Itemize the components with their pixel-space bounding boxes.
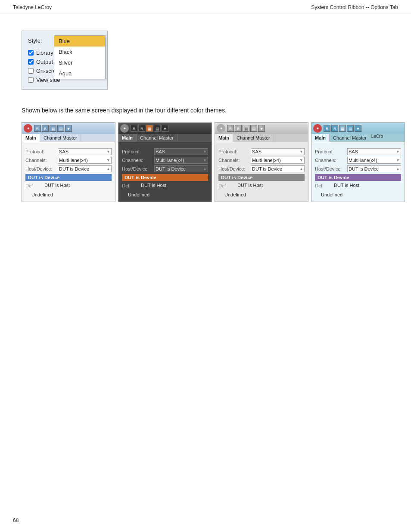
black-hostdevice-row: Host/Device: DUT is Device ▲: [122, 165, 208, 172]
blue-hostdevice-arrow: ▲: [106, 167, 110, 171]
silver-icon-3[interactable]: ▦: [243, 125, 249, 132]
aqua-protocol-value: SAS: [349, 149, 358, 154]
header-left: Teledyne LeCroy: [13, 4, 52, 10]
dropdown-item-blue[interactable]: Blue: [54, 36, 105, 47]
aqua-list-item-1[interactable]: DUT is Device: [315, 174, 401, 181]
black-list-item-1[interactable]: DUT is Device: [122, 174, 208, 181]
black-icon-4[interactable]: ▤: [154, 125, 161, 132]
silver-protocol-row: Protocol: SAS ▼: [218, 148, 305, 155]
blue-tabs: Main Channel Master: [22, 134, 115, 142]
silver-protocol-select[interactable]: SAS ▼: [251, 148, 305, 155]
aqua-hostdevice-value: DUT is Device: [349, 166, 379, 171]
black-hostdevice-value: DUT is Device: [156, 166, 186, 171]
silver-icon-2[interactable]: B: [235, 125, 242, 132]
silver-icon-5[interactable]: ▼: [258, 125, 265, 132]
blue-icon-1[interactable]: B: [34, 125, 41, 132]
blue-hostdevice-select[interactable]: DUT is Device ▲: [58, 165, 112, 172]
aqua-protocol-select[interactable]: SAS ▼: [347, 148, 401, 155]
library-label: Library: [36, 50, 53, 56]
aqua-def-label: Def: [315, 183, 328, 188]
silver-def-label: Def: [218, 183, 231, 188]
blue-list-item-1[interactable]: DUT is Device: [25, 174, 112, 181]
blue-def-label: Def: [25, 183, 38, 188]
aqua-tab-channel[interactable]: Channel Master: [330, 134, 371, 142]
black-channels-select[interactable]: Multi-lane(x4) ▼: [154, 157, 208, 164]
silver-tab-channel[interactable]: Channel Master: [233, 134, 274, 142]
black-def-label: Def: [122, 183, 135, 188]
blue-tab-channel[interactable]: Channel Master: [40, 134, 81, 142]
themes-container: ✦ B B ▦ ▤ ▼ Main Channel Master Protocol…: [22, 122, 389, 202]
aqua-toolbar: ✦ B B ▦ ▤ ▼: [311, 123, 405, 134]
blue-icon-5[interactable]: ▼: [65, 125, 72, 132]
black-icon-3[interactable]: ▦: [146, 125, 153, 132]
blue-icon-4[interactable]: ▤: [57, 125, 64, 132]
black-list-item-2[interactable]: DUT is Host: [135, 182, 208, 189]
aqua-channels-select[interactable]: Multi-lane(x4) ▼: [347, 157, 401, 164]
onscreen-checkbox[interactable]: [28, 68, 34, 74]
silver-hostdevice-value: DUT is Device: [252, 166, 282, 171]
black-list-item-3[interactable]: Undefined: [122, 191, 208, 198]
silver-def-row: Def DUT is Host: [218, 182, 305, 190]
dropdown-item-black[interactable]: Black: [54, 47, 105, 57]
aqua-icon-2[interactable]: B: [331, 125, 338, 132]
theme-panel-black: ✦ B B ▦ ▤ ▼ Main Channel Master Protocol…: [118, 122, 212, 202]
library-checkbox[interactable]: [28, 50, 34, 56]
aqua-def-row: Def DUT is Host: [315, 182, 401, 190]
aqua-list-item-3[interactable]: Undefined: [315, 191, 401, 198]
black-protocol-arrow: ▼: [203, 149, 207, 154]
silver-protocol-value: SAS: [252, 149, 262, 154]
aqua-icon-4[interactable]: ▤: [347, 125, 354, 132]
silver-list-item-1[interactable]: DUT is Device: [218, 174, 305, 181]
viewside-checkbox[interactable]: [28, 77, 34, 83]
blue-channels-arrow: ▼: [106, 158, 110, 162]
blue-protocol-row: Protocol: SAS ▼: [25, 148, 112, 155]
black-protocol-label: Protocol:: [122, 149, 154, 154]
aqua-logo: ✦: [313, 124, 322, 133]
dropdown-menu[interactable]: Blue Black Silver Aqua: [54, 35, 106, 79]
aqua-tab-main[interactable]: Main: [311, 134, 330, 142]
silver-channels-select[interactable]: Multi-lane(x4) ▼: [251, 157, 305, 164]
aqua-protocol-row: Protocol: SAS ▼: [315, 148, 401, 155]
black-hostdevice-arrow: ▲: [203, 167, 207, 171]
black-protocol-value: SAS: [156, 149, 165, 154]
blue-protocol-select[interactable]: SAS ▼: [58, 148, 112, 155]
silver-tab-main[interactable]: Main: [215, 134, 233, 142]
blue-tab-main[interactable]: Main: [22, 134, 40, 142]
black-protocol-select[interactable]: SAS ▼: [154, 148, 208, 155]
aqua-icon-3[interactable]: ▦: [339, 125, 346, 132]
blue-protocol-value: SAS: [59, 149, 68, 154]
black-icon-5[interactable]: ▼: [162, 125, 168, 132]
blue-channels-select[interactable]: Multi-lane(x4) ▼: [58, 157, 112, 164]
silver-icon-4[interactable]: ▤: [250, 125, 257, 132]
black-hostdevice-select[interactable]: DUT is Device ▲: [154, 165, 208, 172]
silver-toolbar: ✦ B B ▦ ▤ ▼: [215, 123, 308, 134]
dropdown-item-aqua[interactable]: Aqua: [54, 68, 105, 79]
page-number: 68: [13, 517, 19, 523]
blue-icon-3[interactable]: ▦: [50, 125, 56, 132]
blue-hostdevice-label: Host/Device:: [25, 166, 58, 171]
black-tab-main[interactable]: Main: [118, 134, 137, 142]
aqua-hostdevice-select[interactable]: DUT is Device ▲: [347, 165, 401, 172]
silver-hostdevice-select[interactable]: DUT is Device ▲: [251, 165, 305, 172]
black-tab-channel[interactable]: Channel Master: [137, 134, 177, 142]
aqua-list-item-2[interactable]: DUT is Host: [328, 182, 401, 189]
black-icon-2[interactable]: B: [138, 125, 145, 132]
silver-channels-value: Multi-lane(x4): [252, 158, 281, 163]
dropdown-item-silver[interactable]: Silver: [54, 57, 105, 68]
silver-icon-1[interactable]: B: [227, 125, 234, 132]
blue-icon-2[interactable]: B: [42, 125, 49, 132]
header-right: System Control Ribbon -- Options Tab: [311, 4, 398, 10]
output-checkbox[interactable]: [28, 59, 34, 65]
black-icon-1[interactable]: B: [131, 125, 137, 132]
aqua-icon-5[interactable]: ▼: [355, 125, 361, 132]
aqua-channels-row: Channels: Multi-lane(x4) ▼: [315, 157, 401, 164]
silver-hostdevice-row: Host/Device: DUT is Device ▲: [218, 165, 305, 172]
black-protocol-row: Protocol: SAS ▼: [122, 148, 208, 155]
aqua-icon-1[interactable]: B: [324, 125, 330, 132]
aqua-channels-label: Channels:: [315, 158, 347, 163]
silver-channels-label: Channels:: [218, 158, 251, 163]
blue-list-item-2[interactable]: DUT is Host: [38, 182, 112, 189]
blue-list-item-3[interactable]: Undefined: [25, 191, 112, 198]
silver-list-item-3[interactable]: Undefined: [218, 191, 305, 198]
silver-list-item-2[interactable]: DUT is Host: [231, 182, 305, 189]
